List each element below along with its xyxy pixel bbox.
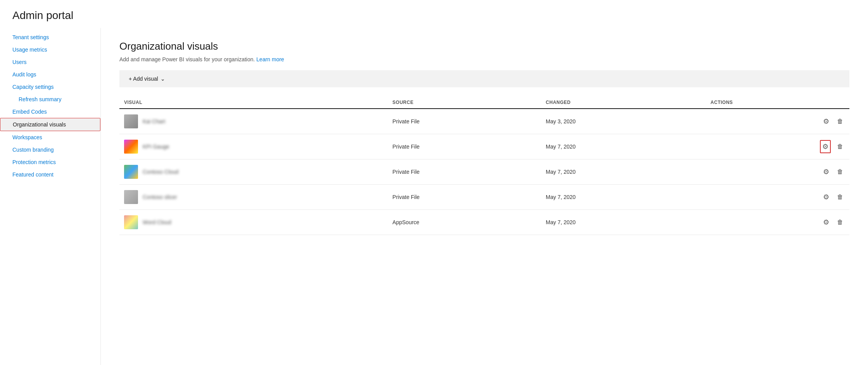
delete-button[interactable]: 🗑 — [835, 167, 845, 177]
add-visual-button[interactable]: + Add visual ⌄ — [126, 74, 168, 83]
actions-cell: ⚙🗑 — [706, 109, 849, 134]
visual-cell: Kai Chart — [119, 109, 388, 134]
visual-name: Kai Chart — [143, 118, 165, 125]
table-header: VISUAL SOURCE CHANGED ACTIONS — [119, 97, 849, 109]
sidebar-item-embed-codes[interactable]: Embed Codes — [0, 106, 100, 118]
changed-cell: May 7, 2020 — [541, 185, 706, 210]
delete-button[interactable]: 🗑 — [835, 116, 845, 126]
visuals-table: VISUAL SOURCE CHANGED ACTIONS Kai Chart … — [119, 97, 849, 235]
toolbar: + Add visual ⌄ — [119, 70, 849, 87]
table-row: KPI Gauge Private FileMay 7, 2020⚙🗑 — [119, 134, 849, 159]
source-cell: Private File — [388, 134, 541, 159]
settings-button[interactable]: ⚙ — [821, 191, 831, 203]
settings-button[interactable]: ⚙ — [821, 166, 831, 178]
gear-icon: ⚙ — [823, 168, 829, 176]
changed-cell: May 7, 2020 — [541, 159, 706, 185]
visual-thumbnail — [124, 114, 138, 128]
settings-button[interactable]: ⚙ — [821, 216, 831, 228]
trash-icon: 🗑 — [837, 118, 843, 125]
source-cell: Private File — [388, 185, 541, 210]
sidebar-item-featured-content[interactable]: Featured content — [0, 168, 100, 181]
delete-button[interactable]: 🗑 — [835, 142, 845, 152]
learn-more-link[interactable]: Learn more — [256, 56, 284, 62]
changed-cell: May 7, 2020 — [541, 210, 706, 235]
sidebar-item-audit-logs[interactable]: Audit logs — [0, 68, 100, 81]
delete-button[interactable]: 🗑 — [835, 217, 845, 227]
visual-cell: Word Cloud — [119, 210, 388, 235]
visual-name: KPI Gauge — [143, 144, 169, 150]
content-description: Add and manage Power BI visuals for your… — [119, 56, 849, 62]
source-cell: AppSource — [388, 210, 541, 235]
trash-icon: 🗑 — [837, 194, 843, 201]
chevron-down-icon: ⌄ — [160, 76, 165, 82]
col-changed: CHANGED — [541, 97, 706, 109]
table-row: Contoso Cloud Private FileMay 7, 2020⚙🗑 — [119, 159, 849, 185]
visual-cell: KPI Gauge — [119, 134, 388, 159]
actions-cell: ⚙🗑 — [706, 159, 849, 185]
source-cell: Private File — [388, 109, 541, 134]
actions-cell: ⚙🗑 — [706, 210, 849, 235]
actions-cell: ⚙🗑 — [706, 185, 849, 210]
main-layout: Tenant settingsUsage metricsUsersAudit l… — [0, 28, 868, 365]
visual-thumbnail — [124, 215, 138, 229]
settings-button[interactable]: ⚙ — [821, 116, 831, 127]
visual-name: Word Cloud — [143, 219, 171, 225]
actions-cell: ⚙🗑 — [706, 134, 849, 159]
add-visual-label: + Add visual — [129, 76, 158, 82]
settings-button[interactable]: ⚙ — [820, 140, 831, 153]
sidebar-item-capacity-settings[interactable]: Capacity settings — [0, 81, 100, 93]
col-source: SOURCE — [388, 97, 541, 109]
source-cell: Private File — [388, 159, 541, 185]
table-row: Contoso slicer Private FileMay 7, 2020⚙🗑 — [119, 185, 849, 210]
col-visual: VISUAL — [119, 97, 388, 109]
table-row: Word Cloud AppSourceMay 7, 2020⚙🗑 — [119, 210, 849, 235]
sidebar: Tenant settingsUsage metricsUsersAudit l… — [0, 28, 101, 365]
trash-icon: 🗑 — [837, 168, 843, 175]
trash-icon: 🗑 — [837, 143, 843, 150]
sidebar-item-usage-metrics[interactable]: Usage metrics — [0, 43, 100, 56]
gear-icon: ⚙ — [823, 117, 829, 126]
gear-icon: ⚙ — [822, 142, 828, 151]
sidebar-item-organizational-visuals[interactable]: Organizational visuals — [0, 118, 100, 131]
visual-name: Contoso Cloud — [143, 169, 179, 175]
delete-button[interactable]: 🗑 — [835, 192, 845, 202]
trash-icon: 🗑 — [837, 219, 843, 226]
sidebar-item-custom-branding[interactable]: Custom branding — [0, 144, 100, 156]
sidebar-item-tenant-settings[interactable]: Tenant settings — [0, 31, 100, 43]
sidebar-item-workspaces[interactable]: Workspaces — [0, 131, 100, 144]
visual-thumbnail — [124, 165, 138, 179]
sidebar-item-refresh-summary[interactable]: Refresh summary — [0, 93, 100, 106]
main-content: Organizational visuals Add and manage Po… — [101, 28, 868, 365]
sidebar-item-users[interactable]: Users — [0, 56, 100, 68]
page-title: Admin portal — [0, 0, 868, 28]
visual-cell: Contoso slicer — [119, 185, 388, 210]
changed-cell: May 7, 2020 — [541, 134, 706, 159]
col-actions: ACTIONS — [706, 97, 849, 109]
app-container: Admin portal Tenant settingsUsage metric… — [0, 0, 868, 365]
gear-icon: ⚙ — [823, 218, 829, 227]
visual-name: Contoso slicer — [143, 194, 177, 200]
table-row: Kai Chart Private FileMay 3, 2020⚙🗑 — [119, 109, 849, 134]
visual-cell: Contoso Cloud — [119, 159, 388, 185]
table-body: Kai Chart Private FileMay 3, 2020⚙🗑 KPI … — [119, 109, 849, 235]
changed-cell: May 3, 2020 — [541, 109, 706, 134]
content-title: Organizational visuals — [119, 40, 849, 52]
visual-thumbnail — [124, 190, 138, 204]
sidebar-item-protection-metrics[interactable]: Protection metrics — [0, 156, 100, 168]
visual-thumbnail — [124, 140, 138, 154]
gear-icon: ⚙ — [823, 193, 829, 201]
